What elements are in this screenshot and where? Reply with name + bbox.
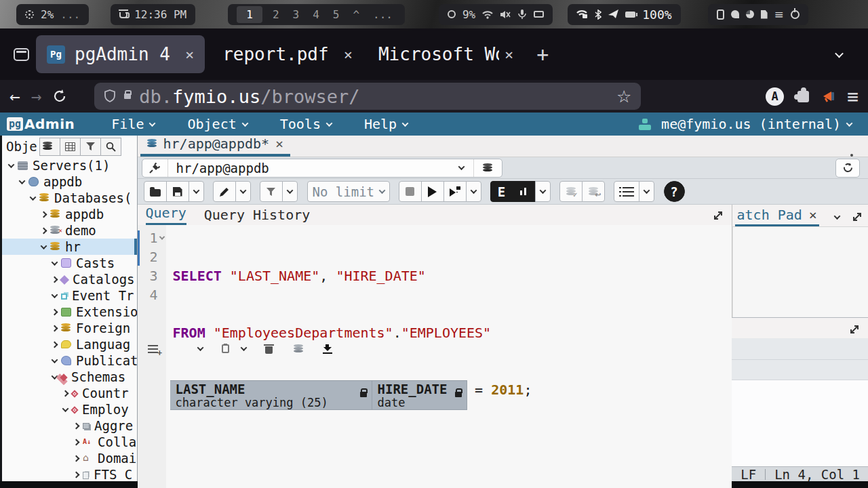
workspace-up[interactable]: ^	[349, 8, 363, 21]
edit-button[interactable]	[213, 181, 236, 202]
save-file-button[interactable]	[166, 181, 189, 202]
expand-icon[interactable]	[41, 211, 47, 218]
tab-scratch-pad[interactable]: atch Pad ×	[735, 207, 819, 226]
tree-item-appdb-db[interactable]: appdb	[2, 206, 137, 222]
workspace-1[interactable]: 1	[237, 6, 262, 23]
tree-item-schemas[interactable]: Schemas	[2, 369, 137, 385]
expand-icon[interactable]	[19, 178, 26, 184]
tree-item-publications[interactable]: Publicat	[2, 352, 137, 369]
account-icon[interactable]: A	[766, 87, 784, 106]
menu-icon[interactable]: ≡	[774, 7, 784, 21]
save-options-button[interactable]	[189, 181, 204, 202]
menu-help[interactable]: Help	[364, 116, 408, 132]
scratch-pad-body[interactable]	[732, 226, 868, 317]
tab-close-icon[interactable]: ×	[344, 46, 353, 63]
macros-options-button[interactable]	[639, 181, 654, 202]
lock-icon[interactable]	[124, 94, 131, 99]
new-connection-cell[interactable]	[473, 159, 502, 177]
workspace-2[interactable]: 2	[269, 8, 283, 21]
expand-icon[interactable]	[8, 161, 15, 168]
commit-button[interactable]: ✓	[559, 181, 583, 202]
explain-button[interactable]: E	[490, 181, 513, 202]
rollback-button[interactable]: ↩	[582, 181, 605, 202]
sql-editor[interactable]: 1 2 3 4 SELECT "LAST_NAME", "HIRE_DATE" …	[138, 225, 732, 488]
expand-icon[interactable]	[52, 291, 58, 298]
expand-icon[interactable]	[73, 439, 80, 445]
network-battery-indicators[interactable]: 100%	[568, 4, 680, 25]
expand-icon[interactable]	[41, 243, 47, 249]
bookmark-star-icon[interactable]: ☆	[616, 87, 631, 106]
browser-tab-microsoft[interactable]: Microsoft Wo ×	[368, 35, 524, 73]
tree-item-schema-employees[interactable]: Employ	[2, 401, 137, 418]
workspace-5[interactable]: 5	[330, 8, 343, 21]
macros-button[interactable]	[614, 181, 639, 202]
shield-icon[interactable]	[104, 89, 116, 103]
tree-item-fts-configurations[interactable]: FTS C	[2, 466, 137, 481]
workspace-4[interactable]: 4	[309, 8, 323, 21]
menu-file[interactable]: File	[111, 116, 155, 132]
pie-icon[interactable]	[746, 10, 754, 18]
connection-select[interactable]: hr/app@appdb	[142, 159, 502, 178]
expand-icon[interactable]	[52, 308, 58, 315]
expand-icon[interactable]	[52, 341, 58, 348]
view-data-button[interactable]	[60, 138, 81, 156]
document-icon[interactable]	[761, 10, 768, 19]
execute-dropdown-button[interactable]	[466, 181, 481, 202]
tree-item-aggregates[interactable]: Aggre	[2, 418, 137, 434]
tree-item-schema-countries[interactable]: Countr	[2, 385, 137, 401]
expand-icon[interactable]	[73, 471, 80, 478]
limit-select[interactable]: No limit	[307, 181, 390, 202]
explain-analyze-button[interactable]	[513, 181, 536, 202]
tree-item-demo-db[interactable]: demo	[2, 222, 137, 239]
power-icon[interactable]	[791, 10, 800, 19]
expand-icon[interactable]	[52, 357, 58, 363]
menu-tools[interactable]: Tools	[280, 116, 332, 132]
filter-button[interactable]	[80, 138, 101, 156]
tab-close-icon[interactable]: ×	[185, 46, 194, 63]
device-indicators[interactable]: 9%	[439, 4, 553, 25]
clock-indicator[interactable]: 12:36 PM	[111, 4, 195, 25]
tree-item-appdb-server[interactable]: appdb	[2, 174, 137, 190]
expand-icon[interactable]	[73, 455, 80, 462]
tree-item-extensions[interactable]: Extensio	[2, 304, 137, 320]
expand-icon[interactable]	[30, 194, 37, 201]
browser-tab-pgadmin[interactable]: Pg pgAdmin 4 ×	[36, 35, 205, 73]
collapse-panel-icon[interactable]	[834, 213, 841, 220]
explain-options-button[interactable]	[535, 181, 551, 202]
expand-icon[interactable]	[41, 227, 47, 234]
firefox-view-icon[interactable]	[14, 48, 29, 61]
help-button[interactable]: ?	[664, 181, 685, 202]
browser-tab-report[interactable]: report.pdf ×	[212, 35, 363, 73]
tree-item-collations[interactable]: A↓Colla	[2, 434, 137, 450]
tab-close-icon[interactable]: ×	[809, 207, 817, 223]
query-tool-tab[interactable]: hr/app@appdb* ×	[140, 134, 291, 157]
forward-button[interactable]: →	[31, 87, 42, 105]
user-menu[interactable]: me@fymio.us (internal)	[639, 116, 852, 132]
panel-menu-icon[interactable]	[850, 154, 853, 157]
cpu-indicator[interactable]: 2% ...	[16, 4, 89, 25]
expand-icon[interactable]	[62, 405, 69, 412]
expand-icon[interactable]	[62, 390, 69, 396]
workspace-3[interactable]: 3	[290, 8, 303, 21]
stop-button[interactable]	[399, 181, 422, 202]
browser-menu-icon[interactable]: ≡	[847, 85, 859, 108]
tab-query[interactable]: Query	[146, 205, 186, 225]
code-area[interactable]: SELECT "LAST_NAME", "HIRE_DATE" FROM "Em…	[166, 225, 732, 488]
expand-icon[interactable]	[73, 422, 80, 429]
search-button[interactable]	[100, 138, 121, 156]
execute-button[interactable]	[421, 181, 444, 202]
execute-options-flag-button[interactable]	[443, 181, 467, 202]
new-tab-button[interactable]: +	[536, 43, 549, 66]
url-bar[interactable]: db.fymio.us/browser/ ☆	[94, 83, 641, 110]
tab-query-history[interactable]: Query History	[204, 207, 311, 225]
edit-options-button[interactable]	[235, 181, 251, 202]
open-file-button[interactable]	[144, 181, 167, 202]
reload-icon[interactable]	[52, 89, 67, 104]
tab-close-icon[interactable]: ×	[505, 46, 513, 63]
tab-close-icon[interactable]: ×	[275, 136, 283, 152]
column-header-hire-date[interactable]: HIRE_DATE date	[372, 380, 467, 410]
palette-icon[interactable]	[731, 10, 739, 18]
tree-item-hr-db[interactable]: hr	[2, 239, 137, 255]
expand-icon[interactable]	[52, 325, 58, 331]
column-header-last-name[interactable]: LAST_NAME character varying (25)	[170, 380, 372, 410]
